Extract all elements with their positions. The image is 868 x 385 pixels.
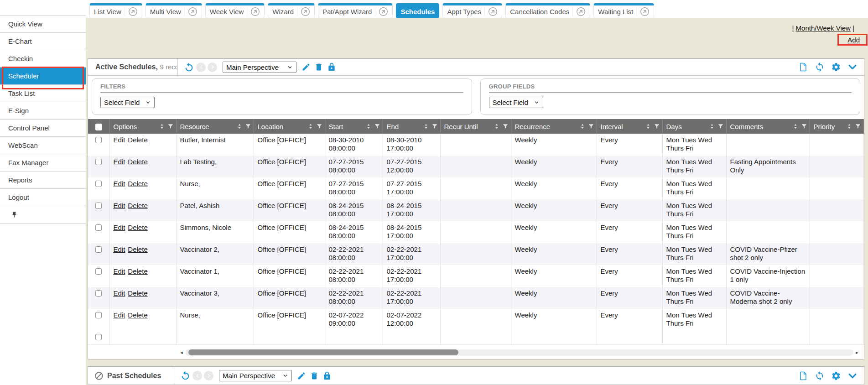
collapse-chevron-icon[interactable] [847,62,858,72]
edit-link[interactable]: Edit [114,158,125,166]
row-checkbox[interactable] [95,137,102,143]
settings-gear-icon[interactable] [831,371,841,381]
sort-icon[interactable] [645,123,651,130]
edit-pencil-icon[interactable] [301,62,311,72]
sidebar-item-logout[interactable]: Logout [0,189,86,206]
scrollbar-thumb[interactable] [188,349,458,355]
pushpin-icon[interactable] [11,211,18,218]
row-checkbox[interactable] [95,334,102,340]
column-label[interactable]: End [387,123,421,130]
edit-link[interactable]: Edit [114,245,125,253]
lock-icon[interactable] [322,371,332,380]
column-label[interactable]: Interval [601,123,643,130]
undo-icon[interactable] [180,370,191,381]
column-label[interactable]: Recur Until [444,123,491,130]
sidebar-item-webscan[interactable]: WebScan [0,137,86,154]
filter-funnel-icon[interactable] [502,123,509,130]
prev-page-icon[interactable] [192,371,202,380]
sidebar-item-fax-manager[interactable]: Fax Manager [0,154,86,172]
filters-field-select[interactable]: Select Field [100,97,155,108]
refresh-icon[interactable] [815,371,825,381]
popout-icon[interactable] [572,7,586,16]
popout-icon[interactable] [125,7,138,16]
edit-link[interactable]: Edit [114,136,125,144]
sort-icon[interactable] [846,123,852,130]
next-page-icon[interactable] [204,371,213,380]
sort-icon[interactable] [792,123,799,130]
edit-link[interactable]: Edit [114,267,125,275]
tab-pat-appt-wizard[interactable]: Pat/Appt Wizard [318,3,393,18]
select-all-checkbox[interactable] [95,124,102,130]
tab-appt-types[interactable]: Appt Types [442,3,502,18]
column-label[interactable]: Options [114,123,156,130]
row-checkbox[interactable] [95,181,102,187]
sort-icon[interactable] [494,123,500,130]
row-checkbox[interactable] [95,290,102,297]
delete-link[interactable]: Delete [128,180,147,187]
popout-icon[interactable] [636,7,650,16]
sort-icon[interactable] [579,123,586,130]
delete-link[interactable]: Delete [128,202,147,209]
filter-funnel-icon[interactable] [316,123,322,130]
sort-icon[interactable] [159,123,165,130]
filter-funnel-icon[interactable] [374,123,380,130]
settings-gear-icon[interactable] [831,62,841,72]
refresh-icon[interactable] [815,62,825,72]
delete-trash-icon[interactable] [310,371,319,380]
perspective-select[interactable]: Main Perspective [223,62,296,73]
add-link[interactable]: Add [847,36,860,44]
new-page-icon[interactable] [798,371,808,381]
prev-page-icon[interactable] [196,62,206,72]
popout-icon[interactable] [375,7,388,16]
row-checkbox[interactable] [95,312,102,318]
sidebar-item-checkin[interactable]: Checkin [0,50,86,68]
delete-link[interactable]: Delete [128,289,147,297]
popout-icon[interactable] [484,7,498,16]
edit-pencil-icon[interactable] [297,371,306,380]
lock-icon[interactable] [327,62,336,72]
delete-link[interactable]: Delete [128,267,147,275]
filter-funnel-icon[interactable] [431,123,438,130]
row-checkbox[interactable] [95,159,102,165]
sort-icon[interactable] [709,123,715,130]
delete-link[interactable]: Delete [128,311,147,319]
popout-icon[interactable] [247,7,260,16]
column-label[interactable]: Location [258,123,305,130]
delete-link[interactable]: Delete [128,158,147,166]
sidebar-item-task-list[interactable]: Task List [0,85,86,102]
edit-link[interactable]: Edit [114,180,125,187]
group-fields-select[interactable]: Select Field [489,97,543,108]
scroll-left-icon[interactable]: ◄ [179,350,184,355]
sidebar-item-e-sign[interactable]: E-Sign [0,102,86,120]
filter-funnel-icon[interactable] [167,123,174,130]
sidebar-item-control-panel[interactable]: Control Panel [0,120,86,137]
sidebar-item-e-chart[interactable]: E-Chart [0,33,86,50]
filter-funnel-icon[interactable] [588,123,594,130]
sort-icon[interactable] [236,123,243,130]
horizontal-scrollbar[interactable]: ◄ ► [179,349,859,356]
column-label[interactable]: Start [329,123,363,130]
sort-icon[interactable] [365,123,372,130]
filter-funnel-icon[interactable] [245,123,251,130]
filter-funnel-icon[interactable] [801,123,807,130]
tab-wizard[interactable]: Wizard [268,3,315,18]
filter-funnel-icon[interactable] [717,123,724,130]
edit-link[interactable]: Edit [114,311,125,319]
popout-icon[interactable] [184,7,198,16]
delete-link[interactable]: Delete [128,136,147,144]
month-week-view-link[interactable]: Month/Week View [796,24,851,32]
edit-link[interactable]: Edit [114,202,125,209]
sidebar-item-quick-view[interactable]: Quick View [0,16,86,33]
column-label[interactable]: Recurrence [515,123,577,130]
tab-list-view[interactable]: List View [89,3,142,18]
collapse-chevron-icon[interactable] [847,371,858,381]
row-checkbox[interactable] [95,246,102,253]
sidebar-item-reports[interactable]: Reports [0,172,86,189]
filter-funnel-icon[interactable] [654,123,660,130]
popout-icon[interactable] [297,7,310,16]
scroll-right-icon[interactable]: ► [855,350,859,355]
row-checkbox[interactable] [95,268,102,275]
perspective-select[interactable]: Main Perspective [219,370,292,381]
column-label[interactable]: Days [666,123,707,130]
undo-icon[interactable] [184,62,194,73]
